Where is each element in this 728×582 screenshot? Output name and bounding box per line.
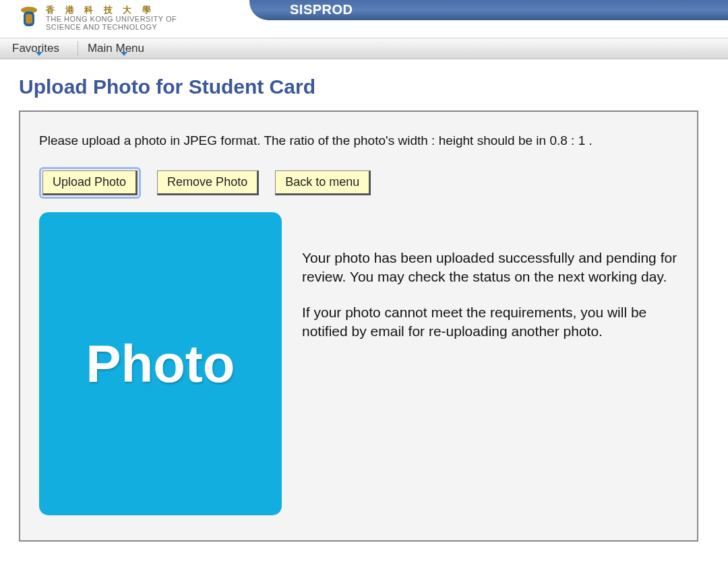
logo-text: 香 港 科 技 大 學 THE HONG KONG UNIVERSITY OF … (46, 5, 177, 31)
chevron-down-icon (36, 52, 42, 56)
status-text: Your photo has been uploaded successfull… (302, 212, 678, 357)
button-row: Upload Photo Remove Photo Back to menu (39, 167, 678, 199)
remove-photo-button[interactable]: Remove Photo (157, 170, 259, 195)
svg-rect-2 (26, 14, 32, 24)
menu-label: Main Menu (88, 42, 144, 55)
menu-separator (78, 41, 78, 56)
logo-text-cn: 香 港 科 技 大 學 (46, 5, 177, 15)
top-banner: SISPROD 香 港 科 技 大 學 THE HONG KONG UNIVER… (0, 0, 728, 38)
menu-main-menu[interactable]: Main Menu (80, 38, 161, 59)
logo-text-en-line2: SCIENCE AND TECHNOLOGY (46, 23, 177, 31)
status-paragraph-1: Your photo has been uploaded successfull… (302, 249, 678, 287)
photo-preview: Photo (39, 212, 282, 515)
status-paragraph-2: If your photo cannot meet the requiremen… (302, 303, 678, 342)
upload-photo-button[interactable]: Upload Photo (42, 170, 138, 195)
university-logo: 香 港 科 技 大 學 THE HONG KONG UNIVERSITY OF … (19, 4, 177, 32)
content-row: Photo Your photo has been uploaded succe… (39, 212, 678, 515)
page-content: Upload Photo for Student Card Please upl… (0, 59, 728, 558)
instructions-text: Please upload a photo in JPEG format. Th… (39, 133, 678, 148)
focused-button-wrap: Upload Photo (39, 167, 141, 199)
upload-panel: Please upload a photo in JPEG format. Th… (19, 110, 698, 542)
chevron-down-icon (121, 52, 127, 56)
page-title: Upload Photo for Student Card (19, 75, 709, 98)
menu-favorites[interactable]: Favorites (4, 38, 76, 59)
menubar: Favorites Main Menu (0, 38, 728, 59)
photo-placeholder-label: Photo (86, 333, 235, 395)
logo-icon (19, 4, 39, 32)
back-to-menu-button[interactable]: Back to menu (275, 170, 371, 195)
logo-text-en-line1: THE HONG KONG UNIVERSITY OF (46, 15, 177, 23)
system-title: SISPROD (290, 2, 353, 18)
